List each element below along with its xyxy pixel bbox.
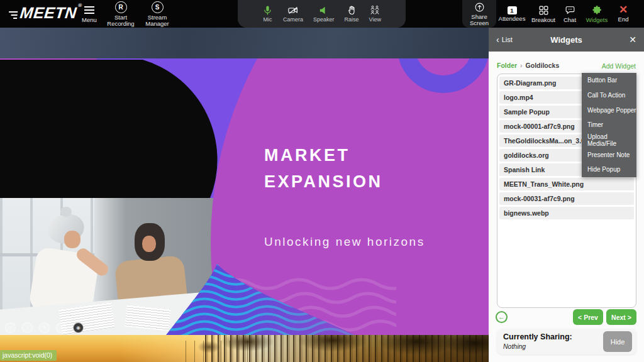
share-screen-tab: Share Screen bbox=[462, 0, 496, 28]
slide-top-navy-band bbox=[0, 28, 489, 58]
menu-item-button-bar[interactable]: Button Bar bbox=[582, 73, 636, 88]
camera-off-icon bbox=[287, 5, 299, 16]
prev-button[interactable]: < Prev bbox=[573, 309, 603, 325]
slide-title-line1: MARKET bbox=[264, 142, 383, 168]
slide-prev-control[interactable]: › bbox=[5, 322, 16, 333]
next-button[interactable]: Next > bbox=[606, 309, 636, 325]
view-label: View bbox=[369, 16, 381, 23]
brand-text: MEETN bbox=[19, 4, 77, 22]
currently-sharing-title: Currently Sharing: bbox=[503, 332, 572, 341]
breakout-label: Breakout bbox=[531, 17, 555, 23]
slide-annotate-control[interactable]: ✎ bbox=[39, 322, 50, 333]
currently-sharing-status: Nothing bbox=[503, 343, 526, 350]
camera-button[interactable]: Camera bbox=[283, 5, 303, 23]
chat-icon bbox=[565, 5, 575, 16]
back-label: List bbox=[502, 36, 513, 43]
slide-pointer-control[interactable]: ○ bbox=[56, 322, 67, 333]
meetn-app: MEETN ® Menu R Start Recording S Stream … bbox=[0, 0, 644, 362]
logo-speed-lines bbox=[8, 9, 18, 21]
slide-next-control[interactable]: › bbox=[22, 322, 33, 333]
stream-manager-button[interactable]: S Stream Manager bbox=[140, 0, 175, 28]
status-link-hint: javascript:void(0) bbox=[0, 350, 57, 361]
mic-button[interactable]: Mic bbox=[262, 5, 273, 23]
breadcrumb: Folder › Goldilocks bbox=[497, 62, 559, 69]
attendees-count-badge: 1 bbox=[508, 6, 517, 14]
end-x-icon: ✕ bbox=[619, 5, 628, 15]
hamburger-icon bbox=[84, 4, 94, 16]
breadcrumb-folder-link[interactable]: Folder bbox=[497, 62, 517, 69]
widgets-button[interactable]: Widgets bbox=[582, 0, 611, 28]
end-label: End bbox=[618, 16, 629, 23]
hide-button[interactable]: Hide bbox=[603, 331, 632, 352]
menu-item-upload-media[interactable]: Upload Media/File bbox=[582, 133, 636, 148]
raise-label: Raise bbox=[345, 16, 359, 23]
file-item[interactable]: MEETN_Trans_White.png bbox=[499, 178, 634, 190]
speaker-icon bbox=[318, 5, 329, 16]
slide-title-line2: EXPANSION bbox=[264, 168, 383, 195]
view-grid-icon bbox=[369, 5, 380, 16]
sunset-strip bbox=[0, 335, 489, 362]
view-button[interactable]: View bbox=[369, 5, 381, 23]
back-to-list-button[interactable]: ‹ List bbox=[496, 36, 513, 43]
menu-button[interactable]: Menu bbox=[79, 0, 100, 28]
chat-label: Chat bbox=[564, 17, 576, 23]
speaker-label: Speaker bbox=[313, 16, 335, 23]
file-item[interactable]: mock-00031-af7c9.png bbox=[499, 192, 634, 205]
attendees-button[interactable]: 1 Attendees bbox=[496, 0, 528, 28]
top-toolbar: MEETN ® Menu R Start Recording S Stream … bbox=[0, 0, 644, 28]
widgets-panel: ‹ List Widgets ✕ Folder › Goldilocks Add… bbox=[489, 28, 644, 362]
breadcrumb-separator: › bbox=[520, 62, 523, 69]
mic-label: Mic bbox=[264, 16, 272, 23]
mic-icon bbox=[262, 5, 273, 16]
slide-record-control[interactable]: ◉ bbox=[73, 322, 84, 333]
widgets-panel-header: ‹ List Widgets ✕ bbox=[489, 28, 644, 52]
close-panel-icon[interactable]: ✕ bbox=[629, 35, 636, 45]
camera-label: Camera bbox=[283, 16, 303, 23]
start-recording-label: Start Recording bbox=[103, 14, 139, 27]
share-screen-label: Share Screen bbox=[462, 14, 496, 26]
breadcrumb-current: Goldilocks bbox=[526, 62, 560, 69]
share-screen-icon bbox=[474, 2, 485, 13]
add-widget-button[interactable]: Add Widget bbox=[602, 62, 636, 70]
meetn-logo: MEETN ® bbox=[8, 4, 82, 22]
tree-silhouettes bbox=[205, 335, 489, 362]
slide-title: MARKET EXPANSION bbox=[264, 142, 383, 195]
pager-row: ← < Prev Next > bbox=[489, 309, 644, 326]
speaker-button[interactable]: Speaker bbox=[313, 5, 335, 23]
attendees-label: Attendees bbox=[499, 16, 526, 22]
back-circle-arrow-icon[interactable]: ← bbox=[496, 311, 508, 323]
slide-controls: › › ✎ ○ ◉ bbox=[5, 322, 84, 333]
menu-label: Menu bbox=[82, 17, 97, 23]
wave-pattern bbox=[145, 259, 396, 335]
stream-icon: S bbox=[152, 1, 164, 13]
breakout-grid-icon bbox=[538, 5, 549, 16]
menu-item-call-to-action[interactable]: Call To Action bbox=[582, 88, 636, 103]
widgets-label: Widgets bbox=[586, 17, 608, 23]
widgets-puzzle-icon bbox=[592, 5, 602, 16]
menu-item-timer[interactable]: Timer bbox=[582, 118, 636, 133]
chat-button[interactable]: Chat bbox=[559, 0, 580, 28]
menu-item-hide-popup[interactable]: Hide Popup bbox=[582, 162, 636, 177]
currently-sharing-card: Currently Sharing: Nothing Hide bbox=[497, 329, 636, 354]
menu-item-webpage-popper[interactable]: Webpage Popper bbox=[582, 102, 636, 118]
record-icon: R bbox=[115, 1, 127, 13]
add-widget-dropdown: Button Bar Call To Action Webpage Popper… bbox=[582, 73, 636, 177]
start-recording-button[interactable]: R Start Recording bbox=[103, 0, 139, 28]
av-controls-pill: Mic Camera Speaker Raise bbox=[238, 0, 406, 28]
raise-hand-icon bbox=[347, 5, 357, 16]
back-chevron-icon: ‹ bbox=[496, 36, 499, 43]
menu-item-presenter-note[interactable]: Presenter Note bbox=[582, 147, 636, 162]
file-item[interactable]: bignews.webp bbox=[499, 207, 634, 219]
raise-hand-button[interactable]: Raise bbox=[345, 5, 359, 23]
stream-manager-label: Stream Manager bbox=[140, 14, 175, 27]
slide-subtitle: Unlocking new horizons bbox=[264, 235, 425, 249]
presentation-stage: MARKET EXPANSION Unlocking new horizons … bbox=[0, 28, 489, 362]
breakout-button[interactable]: Breakout bbox=[529, 0, 558, 28]
share-screen-button[interactable]: Share Screen bbox=[462, 0, 496, 28]
end-button[interactable]: ✕ End bbox=[613, 0, 634, 28]
